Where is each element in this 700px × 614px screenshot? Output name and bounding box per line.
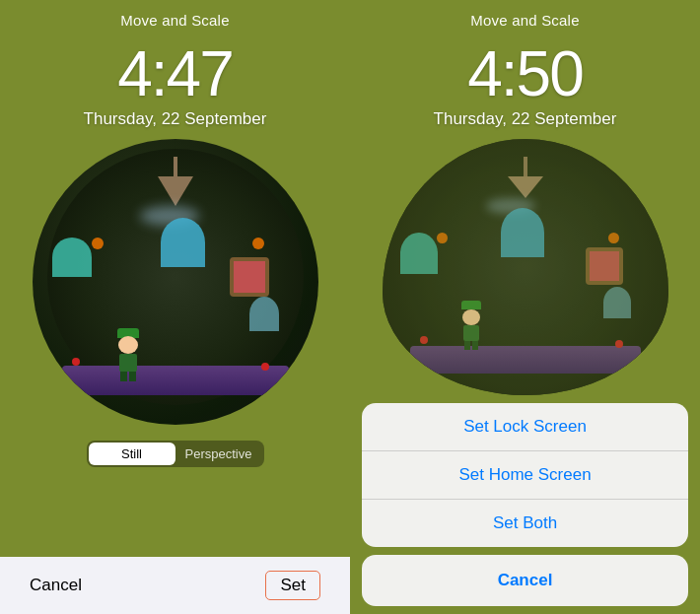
ghost-teal <box>52 238 92 277</box>
set-button[interactable]: Set <box>265 571 320 600</box>
flower-left <box>72 358 80 366</box>
ghost-blue <box>161 218 205 267</box>
luigi-legs <box>116 372 141 381</box>
set-lock-screen-button[interactable]: Set Lock Screen <box>362 403 688 451</box>
left-date: Thursday, 22 September <box>84 109 267 129</box>
left-wallpaper <box>33 139 318 425</box>
toggle-perspective[interactable]: Perspective <box>175 443 262 465</box>
right-platform <box>410 346 641 374</box>
right-ghost-blue <box>501 208 544 257</box>
right-scene <box>383 139 668 395</box>
lamp-shade <box>158 176 193 206</box>
right-luigi-legs <box>461 341 481 350</box>
left-time: 4:47 <box>84 42 267 105</box>
right-lamp-shade <box>508 176 543 198</box>
picture-frame <box>230 257 269 297</box>
lamp-shaft <box>174 157 177 178</box>
left-scene <box>33 139 318 425</box>
right-ghost-small <box>603 287 631 318</box>
set-both-button[interactable]: Set Both <box>362 500 688 547</box>
right-eye-right <box>608 233 619 243</box>
left-bottom-bar: Cancel Set <box>0 557 350 614</box>
luigi-head <box>118 336 138 354</box>
toggle-still[interactable]: Still <box>89 443 175 465</box>
eye-left <box>92 238 104 249</box>
luigi <box>116 326 141 371</box>
right-eye-left <box>437 233 448 243</box>
right-flower-right <box>615 340 623 348</box>
right-wallpaper <box>383 139 668 395</box>
right-luigi-leg-right <box>472 341 478 350</box>
right-luigi <box>461 301 481 350</box>
eye-right <box>252 238 264 249</box>
right-panel: Move and Scale 4:50 Thursday, 22 Septemb… <box>350 0 700 614</box>
right-date: Thursday, 22 September <box>434 109 617 129</box>
action-cancel-button[interactable]: Cancel <box>362 555 688 606</box>
platform <box>62 366 289 395</box>
left-clock: 4:47 Thursday, 22 September <box>84 42 267 129</box>
luigi-leg-left <box>120 372 127 381</box>
left-panel: Move and Scale 4:47 Thursday, 22 Septemb… <box>0 0 350 614</box>
wallpaper-toggle[interactable]: Still Perspective <box>87 441 264 467</box>
luigi-leg-right <box>129 372 136 381</box>
ghost-small <box>249 297 279 331</box>
right-time: 4:50 <box>434 42 617 105</box>
right-lamp <box>508 157 543 198</box>
set-home-screen-button[interactable]: Set Home Screen <box>362 451 688 500</box>
right-lamp-shaft <box>524 157 527 176</box>
right-clock: 4:50 Thursday, 22 September <box>434 42 617 129</box>
luigi-body <box>119 354 137 372</box>
right-luigi-hat <box>461 301 481 309</box>
right-panel-title: Move and Scale <box>470 12 579 29</box>
right-ghost-teal <box>400 233 438 274</box>
right-luigi-head <box>462 309 480 325</box>
action-sheet: Set Lock Screen Set Home Screen Set Both… <box>350 403 700 614</box>
lamp <box>174 157 177 178</box>
right-luigi-torso <box>463 325 479 341</box>
right-picture-frame <box>586 247 623 285</box>
action-sheet-menu: Set Lock Screen Set Home Screen Set Both <box>362 403 688 547</box>
right-flower-left <box>420 336 428 344</box>
cancel-button[interactable]: Cancel <box>30 576 82 595</box>
flower-right <box>261 363 269 371</box>
left-panel-title: Move and Scale <box>120 12 229 29</box>
right-luigi-leg-left <box>464 341 470 350</box>
